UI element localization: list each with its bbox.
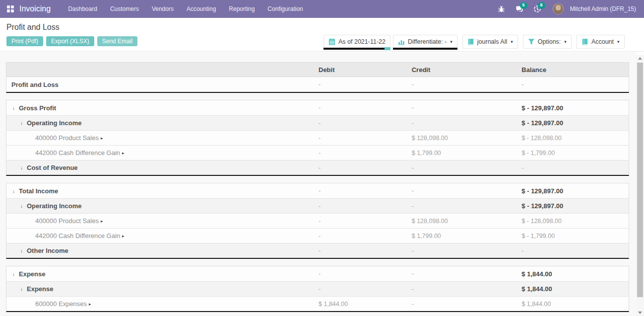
report-row-operating-income[interactable]: ↓Operating Income--$ - 129,897.00	[6, 198, 629, 213]
credit-cell: -	[406, 243, 516, 258]
report-row-600000-expenses[interactable]: 600000 Expenses▸$ 1,844.00-$ 1,844.00	[6, 296, 629, 311]
drilldown-caret-icon[interactable]: ▸	[89, 302, 91, 307]
debit-cell-value: -	[319, 203, 321, 210]
activities-count-badge: 8	[538, 2, 545, 9]
differentiate-filter-button[interactable]: Differentiate: -▾	[393, 35, 457, 49]
debug-bug-icon[interactable]	[494, 0, 509, 18]
report-content-area: DebitCreditBalanceProfit and Loss---↓Gro…	[0, 52, 636, 316]
debit-cell-value: -	[319, 187, 321, 194]
user-menu[interactable]: Mitchell Admin (DFR_15)	[570, 5, 639, 12]
report-row-442000-cash-difference-gain[interactable]: 442000 Cash Difference Gain▸-$ 1,799.00$…	[6, 145, 629, 160]
row-label: 400000 Product Sales	[35, 134, 99, 142]
row-name-cell: ↓Other Income	[6, 243, 313, 258]
fold-arrow-icon[interactable]: ↓	[12, 271, 19, 277]
row-label: 442000 Cash Difference Gain	[35, 232, 120, 239]
app-name[interactable]: Invoicing	[19, 4, 51, 13]
credit-cell-value: -	[412, 286, 414, 293]
journals-filter-button[interactable]: journals All▾	[462, 35, 518, 49]
balance-cell-value: $ - 129,897.00	[521, 202, 563, 210]
user-avatar[interactable]	[553, 3, 564, 14]
active-filter-underline	[323, 48, 390, 50]
chevron-down-icon: ▾	[617, 39, 620, 44]
report-row-expense[interactable]: ↓Expense--$ 1,844.00	[6, 266, 629, 281]
credit-cell-value: $ 1,799.00	[412, 150, 441, 157]
account-filter-label: Account	[591, 38, 614, 45]
date-filter-button[interactable]: As of 2021-11-22	[323, 35, 390, 49]
drilldown-caret-icon[interactable]: ▸	[101, 136, 103, 141]
debit-cell: -	[313, 199, 406, 213]
report-header-row: DebitCreditBalance	[6, 63, 629, 77]
drilldown-caret-icon[interactable]: ▸	[101, 219, 103, 224]
fold-arrow-icon[interactable]: ↓	[20, 248, 27, 253]
debit-cell: -	[313, 131, 406, 145]
row-label: 442000 Cash Difference Gain	[35, 149, 120, 157]
drilldown-caret-icon[interactable]: ▸	[122, 151, 125, 156]
menu-configuration[interactable]: Configuration	[261, 0, 309, 18]
debit-cell: $ 1,844.00	[313, 297, 406, 311]
report-row-total-income[interactable]: ↓Total Income--$ - 129,897.00	[6, 183, 629, 198]
credit-cell: -	[406, 297, 516, 311]
messages-button[interactable]: 5	[512, 0, 527, 18]
debit-cell: -	[313, 77, 406, 92]
credit-cell: -	[406, 160, 516, 175]
credit-cell-value: -	[412, 104, 414, 111]
report-row-400000-product-sales[interactable]: 400000 Product Sales▸-$ 128,098.00$ - 12…	[6, 213, 629, 228]
report-row-442000-cash-difference-gain[interactable]: 442000 Cash Difference Gain▸-$ 1,799.00$…	[6, 228, 629, 243]
options-filter-button[interactable]: Options:▾	[523, 35, 572, 49]
drilldown-caret-icon[interactable]: ▸	[122, 234, 125, 238]
report-section: ↓Expense--$ 1,844.00↓Expense--$ 1,844.00…	[6, 266, 629, 312]
menu-customers[interactable]: Customers	[104, 0, 145, 18]
fold-arrow-icon[interactable]: ↓	[20, 203, 27, 209]
debit-cell-value: -	[319, 81, 321, 88]
filter-bar: As of 2021-11-22Differentiate: -▾journal…	[323, 35, 625, 49]
menu-vendors[interactable]: Vendors	[145, 0, 180, 18]
report-row-operating-income[interactable]: ↓Operating Income--$ - 129,897.00	[6, 115, 629, 130]
balance-cell: $ - 128,098.00	[515, 214, 629, 228]
debit-cell: -	[313, 266, 406, 281]
account-filter-button[interactable]: Account▾	[577, 35, 625, 49]
balance-cell: $ 1,844.00	[515, 297, 629, 311]
menu-reporting[interactable]: Reporting	[222, 0, 261, 18]
credit-cell-value: -	[412, 270, 414, 277]
debit-cell-value: -	[319, 120, 321, 127]
activities-button[interactable]: 8	[530, 0, 545, 18]
report-row-other-income[interactable]: ↓Other Income---	[6, 243, 629, 258]
fold-arrow-icon[interactable]: ↓	[12, 188, 19, 194]
report: DebitCreditBalanceProfit and Loss---↓Gro…	[6, 62, 629, 312]
debit-cell: -	[313, 100, 406, 115]
menu-accounting[interactable]: Accounting	[180, 0, 222, 18]
header-credit: Credit	[406, 63, 516, 77]
credit-cell-value: -	[412, 120, 414, 127]
fold-arrow-icon[interactable]: ↓	[20, 165, 27, 170]
debit-cell-value: -	[319, 247, 321, 254]
report-row-gross-profit[interactable]: ↓Gross Profit--$ - 129,897.00	[6, 100, 629, 115]
send-email-button[interactable]: Send Email	[97, 36, 137, 46]
report-row-400000-product-sales[interactable]: 400000 Product Sales▸-$ 128,098.00$ - 12…	[6, 130, 629, 145]
apps-grid-icon[interactable]	[7, 5, 14, 13]
chevron-down-icon: ▾	[450, 39, 452, 44]
report-row-profit-and-loss: Profit and Loss---	[6, 77, 629, 92]
active-filter-underline	[393, 48, 457, 50]
row-label: 400000 Product Sales	[35, 217, 99, 225]
menu-dashboard[interactable]: Dashboard	[62, 0, 104, 18]
row-label: Total Income	[19, 187, 58, 195]
balance-cell-value: $ - 128,098.00	[521, 218, 562, 225]
fold-arrow-icon[interactable]: ↓	[12, 105, 19, 111]
debit-cell: -	[313, 243, 406, 258]
report-row-cost-of-revenue[interactable]: ↓Cost of Revenue---	[6, 160, 629, 175]
scroll-down-arrow[interactable]	[636, 309, 644, 316]
fold-arrow-icon[interactable]: ↓	[20, 120, 27, 126]
report-row-expense[interactable]: ↓Expense--$ 1,844.00	[6, 281, 629, 296]
debit-cell: -	[313, 214, 406, 228]
row-name-cell: ↓Expense	[6, 266, 313, 281]
balance-cell: $ 1,844.00	[515, 266, 629, 281]
row-label: Gross Profit	[19, 104, 56, 112]
scroll-up-arrow[interactable]	[636, 55, 644, 62]
print-pdf-button[interactable]: Print (Pdf)	[6, 36, 43, 46]
balance-cell: -	[515, 243, 629, 258]
scrollbar-thumb[interactable]	[637, 63, 643, 297]
credit-cell: -	[406, 266, 516, 281]
export-xlsx-button[interactable]: Export (XLSX)	[46, 36, 94, 46]
fold-arrow-icon[interactable]: ↓	[20, 286, 27, 292]
debit-cell-value: -	[319, 218, 321, 225]
